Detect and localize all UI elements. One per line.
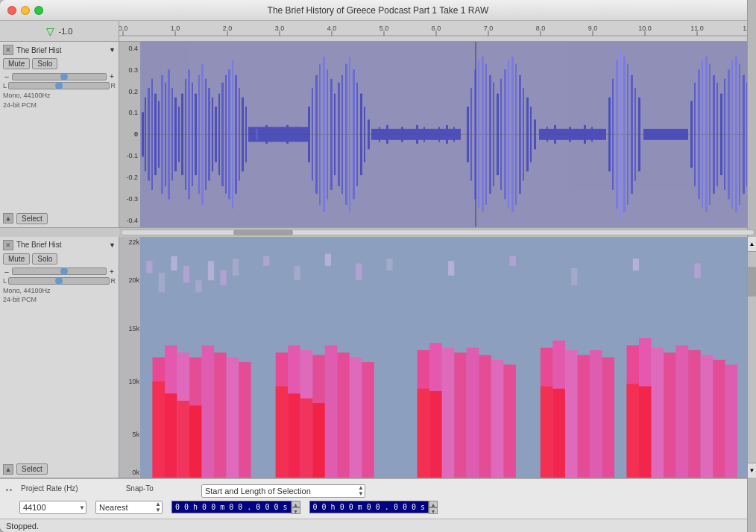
svg-rect-76 [327,69,328,199]
track1-name: The Brief Hist [16,46,109,54]
freq-0k: 0k [120,469,139,476]
svg-rect-223 [356,263,362,280]
svg-rect-144 [713,75,715,194]
track1-volume-minus[interactable]: – [3,72,10,80]
bottom-toolbar: Project Rate (Hz) Snap-To Start and Leng… [0,478,756,519]
svg-text:10.0: 10.0 [638,25,652,32]
svg-rect-69 [292,129,293,140]
svg-rect-148 [728,69,730,199]
track2-spectrogram[interactable]: 22k 20k 15k 10k 5k 0k [119,237,756,478]
waveform-content [140,42,756,227]
maximize-button[interactable] [34,6,43,15]
svg-rect-50 [212,98,213,171]
scroll-up-button[interactable]: ▲ [748,237,756,252]
spectrogram-track: ✕ The Brief Hist ▼ Mute Solo – + [0,237,756,478]
project-rate-select[interactable]: 44100 [19,501,86,514]
track2-info: Mono, 44100Hz24-bit PCM [3,286,116,305]
track2-buttons: Mute Solo [3,253,116,265]
freq-20k: 20k [120,276,139,284]
track1-select-button[interactable]: Select [16,213,48,224]
svg-rect-59 [242,98,244,171]
track2-pan-slider[interactable] [8,277,109,285]
vscroll-thumb[interactable] [748,267,756,297]
svg-text:2.0: 2.0 [223,25,233,32]
track2-volume-plus[interactable]: + [108,267,116,276]
main-content: ▽ -1.0 0.0 1.0 2.0 [0,21,756,478]
svg-rect-33 [154,94,157,175]
svg-rect-58 [239,88,240,180]
track1-waveform[interactable]: 0.4 0.3 0.2 0.1 0 -0.1 -0.2 -0.3 -0.4 [119,42,756,227]
svg-rect-67 [281,127,283,142]
svg-rect-111 [508,60,509,209]
svg-rect-120 [546,127,548,142]
project-rate-section: Project Rate (Hz) [21,484,78,493]
svg-rect-220 [263,256,269,266]
snap-to-select[interactable]: Nearest [95,501,163,514]
toolbar-labels-row: Project Rate (Hz) Snap-To Start and Leng… [6,484,750,498]
track2-volume-slider[interactable] [12,267,107,275]
svg-text:3.0: 3.0 [275,25,285,32]
time2-up-button[interactable]: ▲ [429,501,438,507]
waveform-track: ✕ The Brief Hist ▼ Mute Solo – + [0,42,756,228]
time1-down-button[interactable]: ▼ [292,507,300,514]
svg-rect-189 [350,357,362,478]
svg-rect-168 [214,352,227,478]
svg-rect-107 [493,83,494,186]
svg-rect-175 [195,280,201,292]
svg-rect-151 [739,64,740,205]
track2-close-button[interactable]: ✕ [3,240,13,250]
scrollbar-track[interactable] [121,229,755,235]
track1-mute-button[interactable]: Mute [3,58,30,69]
svg-rect-196 [454,352,467,478]
track2-volume-minus[interactable]: – [3,267,10,276]
scroll-down-button[interactable]: ▼ [748,463,756,478]
track2-dropdown-icon[interactable]: ▼ [109,241,116,249]
vscroll-track[interactable] [748,252,756,463]
svg-rect-41 [181,94,183,175]
svg-rect-72 [312,88,313,180]
track2-collapse-button[interactable]: ▲ [3,464,13,475]
svg-rect-182 [288,393,300,478]
track2-mute-button[interactable]: Mute [3,253,30,265]
track1-volume-plus[interactable]: + [108,72,116,80]
snap-to-section: Snap-To [126,484,154,493]
selection-mode-section: Start and Length of Selection ▲▼ [201,484,365,498]
close-button[interactable] [7,6,16,15]
svg-rect-56 [232,60,233,209]
time-input-1[interactable]: 0 0 h 0 0 m 0 0 . 0 0 0 s [171,501,292,513]
time2-down-button[interactable]: ▼ [429,507,438,514]
svg-rect-229 [694,263,700,277]
horizontal-scrollbar[interactable] [119,228,756,237]
track1-collapse-button[interactable]: ▲ [3,213,13,224]
vertical-scrollbar[interactable]: ▲ ▼ [747,237,756,478]
window-title: The Brief History of Greece Podcast Part… [268,5,489,16]
track1-solo-button[interactable]: Solo [32,58,57,69]
svg-rect-221 [294,265,300,279]
svg-rect-207 [590,350,602,478]
track1-dropdown-icon[interactable]: ▼ [109,46,116,54]
track2-select-button[interactable]: Select [16,463,48,475]
time-input-2[interactable]: 0 0 h 0 0 m 0 0 . 0 0 0 s [309,501,429,513]
svg-rect-48 [205,79,207,190]
svg-rect-73 [315,75,318,194]
vscale-02: 0.2 [121,88,139,95]
svg-rect-45 [195,94,197,175]
svg-rect-138 [690,101,693,168]
track1-pan-slider[interactable] [8,82,109,89]
svg-rect-110 [504,69,506,199]
svg-rect-131 [620,51,621,218]
scrollbar-thumb[interactable] [233,229,293,235]
svg-rect-109 [500,79,502,190]
minimize-button[interactable] [21,6,30,15]
track1-volume-slider[interactable] [12,73,107,80]
svg-rect-145 [716,83,718,186]
svg-rect-228 [633,259,639,270]
svg-rect-195 [442,347,455,478]
svg-rect-217 [701,355,714,478]
track2-solo-button[interactable]: Solo [32,253,57,265]
selection-mode-select[interactable]: Start and Length of Selection [201,484,365,498]
main-window: The Brief History of Greece Podcast Part… [0,0,756,532]
time1-up-button[interactable]: ▲ [292,501,300,507]
svg-rect-39 [174,98,177,171]
track1-close-button[interactable]: ✕ [3,45,13,55]
